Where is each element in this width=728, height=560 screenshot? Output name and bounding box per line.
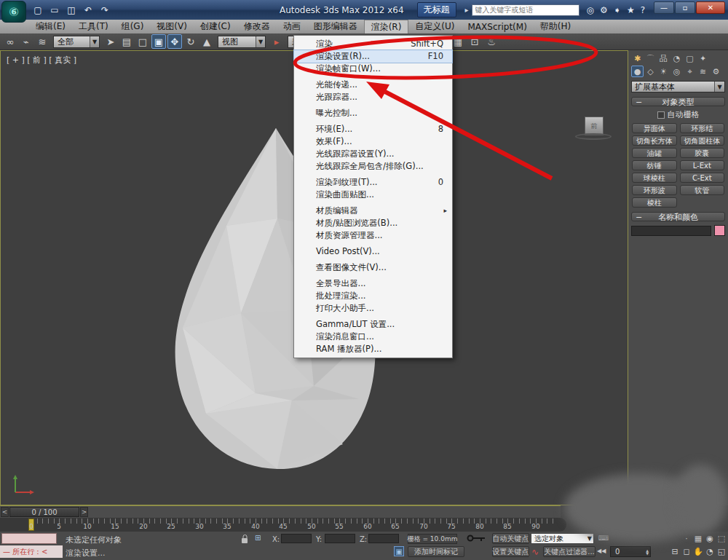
bind-to-spacewarp-icon[interactable]: ≋: [35, 34, 50, 49]
object-type-button[interactable]: 胶囊: [680, 148, 725, 158]
window-crossing-icon[interactable]: ▣: [151, 34, 166, 49]
subtab-systems[interactable]: ⚙: [710, 66, 722, 77]
wrench-icon[interactable]: ⚙: [600, 5, 608, 15]
viewport-label[interactable]: [ + ] [ 前 ] [ 真实 ]: [7, 55, 76, 66]
current-frame-field[interactable]: 0 ▲▼: [610, 546, 651, 557]
undo-icon[interactable]: ↶: [81, 4, 95, 17]
render-menu-item[interactable]: 渲染帧窗口(W)...: [294, 63, 452, 75]
tab-motion[interactable]: ◔: [670, 52, 683, 64]
y-coordinate-field[interactable]: [325, 534, 355, 543]
viewcube-ring[interactable]: [575, 133, 612, 140]
object-color-swatch[interactable]: [714, 225, 725, 236]
select-scale-icon[interactable]: ▲: [199, 34, 214, 49]
key-icon[interactable]: [466, 534, 486, 543]
render-menu-item[interactable]: 材质资源管理器...: [294, 229, 452, 242]
render-menu-item[interactable]: 查看图像文件(V)...: [294, 261, 452, 274]
render-menu-item[interactable]: 材质编辑器: [294, 205, 452, 217]
tab-utilities[interactable]: ✦: [697, 52, 709, 64]
unlink-selection-icon[interactable]: ⌁: [19, 34, 33, 49]
isolate-selection-icon[interactable]: ▣: [394, 546, 404, 556]
select-rotate-icon[interactable]: ↻: [183, 34, 198, 49]
app-logo-icon[interactable]: ⑥: [1, 1, 26, 23]
x-coordinate-field[interactable]: [281, 534, 312, 543]
save-icon[interactable]: ◫: [64, 4, 79, 17]
render-menu-item[interactable]: RAM 播放器(P)...: [294, 343, 452, 355]
object-type-button[interactable]: C-Ext: [680, 173, 725, 183]
time-slider-handle[interactable]: 0 / 100: [9, 507, 79, 517]
tab-create[interactable]: ✱: [631, 52, 644, 64]
object-type-button[interactable]: 环形结: [680, 123, 725, 133]
maxscript-mini-listener[interactable]: [1, 533, 57, 544]
previous-key-icon[interactable]: ◀◀: [597, 548, 606, 554]
object-type-button[interactable]: 软管: [680, 185, 725, 195]
search-icon[interactable]: ◎: [587, 5, 594, 15]
autogrid-checkbox[interactable]: [657, 111, 665, 119]
frame-spinner[interactable]: ▲▼: [646, 549, 650, 555]
key-filters-button[interactable]: 关键点过滤器...: [543, 546, 596, 557]
viewcube[interactable]: 前: [575, 117, 613, 149]
object-type-button[interactable]: 球棱柱: [632, 173, 677, 183]
zoom-extents-all-icon[interactable]: ⬚: [716, 533, 727, 543]
render-menu-item[interactable]: Video Post(V)...: [294, 245, 452, 258]
subtab-lights[interactable]: ☀: [657, 66, 670, 77]
chevron-down-icon[interactable]: ▼: [587, 535, 593, 542]
reference-coordinate-dropdown[interactable]: 视图 ▼: [218, 36, 266, 48]
select-by-name-icon[interactable]: ▤: [119, 34, 134, 49]
chevron-down-icon[interactable]: ▼: [714, 82, 724, 92]
render-menu-item[interactable]: 效果(F)...: [294, 135, 452, 148]
object-type-button[interactable]: 异面体: [632, 123, 677, 133]
object-type-button[interactable]: 棱柱: [632, 197, 677, 208]
subtab-shapes[interactable]: ◇: [644, 66, 657, 77]
render-menu-item[interactable]: 光线跟踪器设置(Y)...: [294, 148, 452, 160]
select-object-icon[interactable]: ➤: [103, 34, 118, 49]
object-name-input[interactable]: [631, 226, 711, 236]
render-menu-item[interactable]: 光线跟踪全局包含/排除(G)...: [294, 160, 452, 173]
rectangular-region-icon[interactable]: □: [135, 34, 150, 49]
render-menu-item[interactable]: 渲染消息窗口...: [294, 331, 452, 343]
zoom-region-icon[interactable]: ⊟: [670, 546, 680, 556]
render-menu-item[interactable]: 渲染曲面贴图...: [294, 189, 452, 201]
object-type-button[interactable]: 切角圆柱体: [680, 135, 725, 146]
selection-filter-dropdown[interactable]: 全部 ▼: [53, 36, 100, 48]
primitive-category-dropdown[interactable]: 扩展基本体 ▼: [631, 81, 725, 92]
listener-line-label[interactable]: — 所在行 : <: [0, 545, 63, 558]
subtab-helpers[interactable]: ⌖: [684, 66, 696, 77]
chevron-down-icon[interactable]: ▼: [90, 36, 99, 47]
name-color-rollout-header[interactable]: − 名称和颜色: [631, 212, 725, 221]
snap-toggle-icon[interactable]: ▸: [269, 34, 284, 49]
pan-hand-icon[interactable]: ✋: [693, 546, 703, 556]
maximize-button[interactable]: ▫: [675, 1, 695, 14]
subtab-geometry[interactable]: ●: [631, 66, 644, 77]
render-menu-item[interactable]: Gamma/LUT 设置...: [294, 318, 452, 331]
subtab-cameras[interactable]: ◎: [670, 66, 683, 77]
tab-modify[interactable]: ⌒: [644, 52, 657, 64]
render-menu-item[interactable]: 渲染 Shift+Q: [294, 38, 452, 50]
zoom-all-icon[interactable]: ▦: [693, 533, 703, 543]
favorites-star-icon[interactable]: ★: [627, 5, 635, 15]
field-of-view-icon[interactable]: ◻: [681, 546, 692, 556]
help-icon[interactable]: ?: [641, 5, 645, 15]
close-button[interactable]: ✕: [696, 1, 725, 14]
object-type-rollout-header[interactable]: − 对象类型: [631, 97, 725, 106]
object-type-button[interactable]: 油罐: [632, 148, 677, 158]
render-production-icon[interactable]: ♨: [484, 34, 499, 49]
render-menu-item[interactable]: 环境(E)... 8: [294, 123, 452, 135]
select-move-icon[interactable]: ✥: [167, 34, 182, 49]
tab-display[interactable]: ▢: [684, 52, 696, 64]
open-file-icon[interactable]: ▭: [47, 4, 62, 17]
redo-icon[interactable]: ↷: [98, 4, 112, 17]
key-selection-dropdown[interactable]: 选定对象 ▼: [531, 533, 594, 544]
render-menu-item[interactable]: 材质/贴图浏览器(B)...: [294, 217, 452, 229]
render-menu-item[interactable]: 渲染到纹理(T)... 0: [294, 176, 452, 189]
auto-key-button[interactable]: 自动关键点: [492, 533, 529, 544]
render-menu-item[interactable]: 曝光控制...: [294, 107, 452, 119]
rendered-frame-window-icon[interactable]: ⊡: [467, 34, 482, 49]
render-menu-item[interactable]: 打印大小助手...: [294, 302, 452, 315]
new-file-icon[interactable]: ▢: [31, 4, 45, 17]
track-bar-ruler[interactable]: 051015202530354045505560657075808590: [0, 518, 566, 532]
tab-hierarchy[interactable]: 品: [657, 52, 670, 64]
render-menu-item[interactable]: 光能传递...: [294, 79, 452, 91]
previous-frame-button[interactable]: <: [1, 507, 9, 517]
orbit-icon[interactable]: ◔: [705, 546, 715, 556]
zoom-extents-icon[interactable]: ◉: [705, 533, 715, 543]
